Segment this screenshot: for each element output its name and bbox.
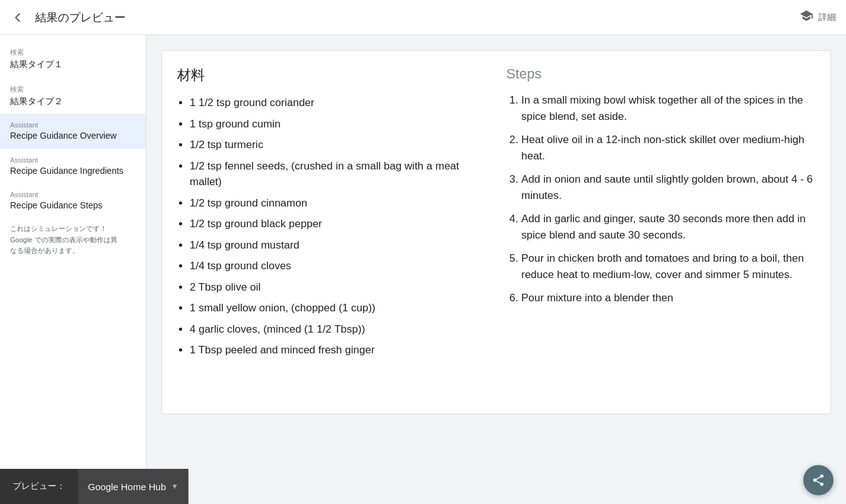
layout: 検索 結果タイプ１ 検索 結果タイプ２ Assistant Recipe Gui… <box>0 35 846 504</box>
list-item: 1/2 tsp ground cinnamon <box>190 195 486 212</box>
ingredients-title: 材料 <box>177 66 486 85</box>
sidebar-title-1: 結果タイプ１ <box>10 58 136 71</box>
sidebar-title-5: Recipe Guidance Steps <box>10 200 136 212</box>
chevron-down-icon: ▼ <box>171 482 178 491</box>
sidebar-label-1: 検索 <box>10 48 136 57</box>
sidebar-note: これはシミュレーションです！ Google での実際の表示や動作は異 なる場合が… <box>0 218 146 294</box>
list-item: Pour in chicken broth and tomatoes and b… <box>521 250 815 282</box>
main-content: 材料 1 1/2 tsp ground coriander 1 tsp grou… <box>146 35 846 504</box>
header: 結果のプレビュー 詳細 <box>0 0 846 35</box>
sidebar-item-assistant-steps[interactable]: Assistant Recipe Guidance Steps <box>0 183 146 218</box>
preview-label: プレビュー： <box>0 469 78 504</box>
list-item: Heat olive oil in a 12-inch non-stick sk… <box>521 132 815 164</box>
list-item: Pour mixture into a blender then <box>521 290 815 306</box>
list-item: 1/2 tsp fennel seeds, (crushed in a smal… <box>190 158 486 190</box>
sidebar-title-2: 結果タイプ２ <box>10 95 136 108</box>
sidebar-label-2: 検索 <box>10 85 136 94</box>
sidebar-label-3: Assistant <box>10 121 136 129</box>
list-item: 1 small yellow onion, (chopped (1 cup)) <box>190 300 486 316</box>
ingredients-column: 材料 1 1/2 tsp ground coriander 1 tsp grou… <box>177 66 486 363</box>
page-title: 結果のプレビュー <box>35 10 800 25</box>
list-item: 2 Tbsp olive oil <box>190 279 486 296</box>
steps-list: In a small mixing bowl whisk together al… <box>506 92 815 306</box>
sidebar: 検索 結果タイプ１ 検索 結果タイプ２ Assistant Recipe Gui… <box>0 35 146 504</box>
list-item: 1/2 tsp turmeric <box>190 137 486 153</box>
list-item: 4 garlic cloves, (minced (1 1/2 Tbsp)) <box>190 321 486 338</box>
sidebar-label-5: Assistant <box>10 191 136 198</box>
header-right: 詳細 <box>800 9 836 26</box>
list-item: Add in onion and saute until slightly go… <box>521 171 815 203</box>
bottom-bar: プレビュー： Google Home Hub ▼ <box>0 469 846 504</box>
steps-column: Steps In a small mixing bowl whisk toget… <box>506 66 815 363</box>
list-item: 1 Tbsp peeled and minced fresh ginger <box>190 342 486 358</box>
back-button[interactable] <box>10 10 25 25</box>
school-icon <box>800 9 813 26</box>
device-label: Google Home Hub <box>88 481 166 492</box>
list-item: 1/4 tsp ground cloves <box>190 258 486 274</box>
recipe-columns: 材料 1 1/2 tsp ground coriander 1 tsp grou… <box>177 66 815 363</box>
sidebar-item-search-result-1[interactable]: 検索 結果タイプ１ <box>0 40 146 77</box>
device-selector[interactable]: Google Home Hub ▼ <box>78 469 188 504</box>
list-item: 1/4 tsp ground mustard <box>190 237 486 254</box>
sidebar-title-4: Recipe Guidance Ingredients <box>10 165 136 178</box>
detail-link[interactable]: 詳細 <box>818 12 836 23</box>
list-item: 1/2 tsp ground black pepper <box>190 216 486 232</box>
recipe-card: 材料 1 1/2 tsp ground coriander 1 tsp grou… <box>161 50 831 414</box>
list-item: In a small mixing bowl whisk together al… <box>521 92 815 124</box>
sidebar-item-assistant-overview[interactable]: Assistant Recipe Guidance Overview <box>0 114 146 149</box>
sidebar-item-assistant-ingredients[interactable]: Assistant Recipe Guidance Ingredients <box>0 149 146 184</box>
list-item: Add in garlic and ginger, saute 30 secon… <box>521 211 815 243</box>
sidebar-item-search-result-2[interactable]: 検索 結果タイプ２ <box>0 77 146 114</box>
sidebar-title-3: Recipe Guidance Overview <box>10 130 136 142</box>
steps-title: Steps <box>506 66 815 82</box>
sidebar-label-4: Assistant <box>10 156 136 164</box>
ingredients-list: 1 1/2 tsp ground coriander 1 tsp ground … <box>177 95 486 358</box>
list-item: 1 tsp ground cumin <box>190 116 486 132</box>
list-item: 1 1/2 tsp ground coriander <box>190 95 486 111</box>
